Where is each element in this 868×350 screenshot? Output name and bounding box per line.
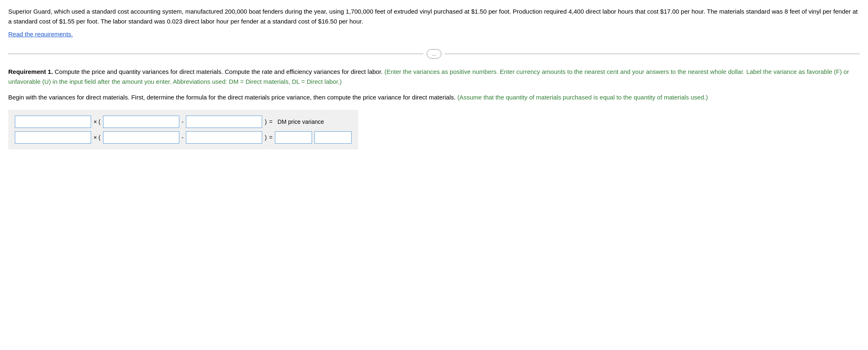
begin-main-text: Begin with the variances for direct mate… [8, 94, 455, 101]
intro-paragraph: Superior Guard, which used a standard co… [8, 7, 860, 26]
divider-section: ... [8, 49, 860, 59]
formula-row2-fav-unfav-input[interactable] [314, 131, 352, 144]
formula-row-2: × ( - ) = [15, 131, 352, 144]
divider-line-left [8, 54, 423, 54]
formula-row2-close-paren: ) [265, 134, 267, 141]
requirement-main-text: Compute the price and quantity variances… [55, 68, 383, 75]
formula-row1-input2[interactable] [103, 116, 179, 128]
requirement-section: Requirement 1. Compute the price and qua… [8, 67, 860, 149]
read-requirements-link[interactable]: Read the requirements. [8, 31, 73, 38]
formula-row2-equals: = [269, 134, 272, 141]
formula-row1-times-paren: × ( [94, 118, 101, 125]
begin-text: Begin with the variances for direct mate… [8, 92, 860, 102]
formula-row-1: × ( - ) = DM price variance [15, 116, 352, 128]
formula-row1-input1[interactable] [15, 116, 91, 128]
formula-row2-input2[interactable] [103, 131, 179, 144]
divider-dots: ... [427, 49, 442, 59]
formula-row2-result-input[interactable] [275, 131, 312, 144]
formula-row2-input1[interactable] [15, 131, 91, 144]
formula-row1-close-paren: ) [265, 118, 267, 125]
formula-row2-times-paren: × ( [94, 134, 101, 141]
formula-section: × ( - ) = DM price variance × ( - ) = [8, 110, 358, 149]
requirement-label: Requirement 1. [8, 68, 53, 75]
formula-row1-minus: - [182, 118, 184, 125]
requirement-header: Requirement 1. Compute the price and qua… [8, 67, 860, 87]
divider-line-right [445, 54, 860, 54]
begin-green-text: (Assume that the quantity of materials p… [457, 94, 708, 101]
formula-row1-equals: = [269, 118, 272, 125]
formula-row2-minus: - [182, 134, 184, 141]
formula-row2-input3[interactable] [186, 131, 262, 144]
formula-row1-input3[interactable] [186, 116, 262, 128]
dm-price-label: DM price variance [277, 118, 324, 125]
